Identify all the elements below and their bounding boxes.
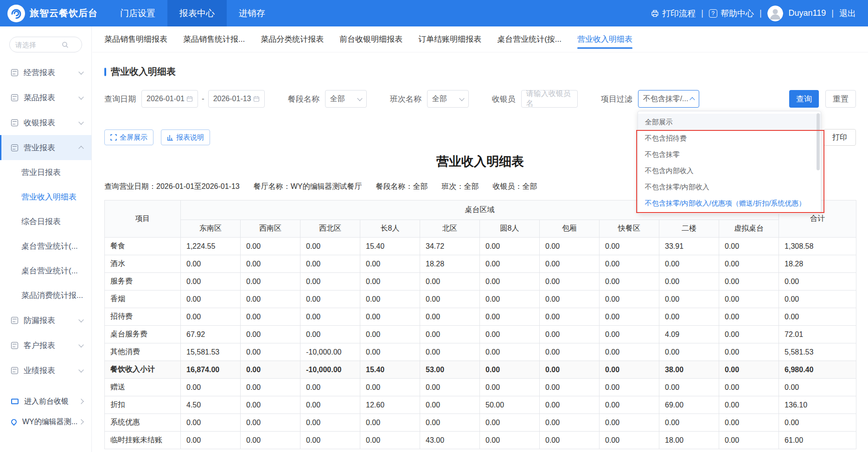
- table-cell: 0.00: [300, 308, 360, 326]
- nav-item[interactable]: 报表中心: [167, 0, 227, 26]
- report-tab[interactable]: 营业收入明细表: [577, 26, 632, 52]
- row-total-cell: 0.00: [779, 291, 856, 308]
- report-tab[interactable]: 前台收银明细报表: [339, 26, 402, 52]
- shift-select[interactable]: 全部: [427, 90, 469, 108]
- table-cell: 0.00: [420, 396, 480, 414]
- row-total-cell: 0.00: [779, 308, 856, 326]
- dropdown-option[interactable]: 不包含抹零/内部收入: [638, 179, 821, 195]
- row-total-cell: 1,308.58: [779, 238, 856, 255]
- topbar-right: 打印流程 | ? 帮助中心 | Duyan119 | 退出: [651, 6, 868, 21]
- sidebar-subitem[interactable]: 桌台营业统计(...: [0, 234, 91, 258]
- report-tab[interactable]: 桌台营业统计(按...: [497, 26, 562, 52]
- username[interactable]: Duyan119: [789, 8, 826, 18]
- dropdown-option[interactable]: 不包含抹零/内部收入/优惠项（赠送/折扣/系统优惠）: [638, 195, 821, 211]
- report-note-button[interactable]: 报表说明: [161, 129, 210, 145]
- cashier-input[interactable]: 请输入收银员名: [521, 90, 578, 108]
- meal-select[interactable]: 全部: [325, 90, 367, 108]
- report-tab[interactable]: 菜品销售明细报表: [104, 26, 167, 52]
- table-cell: 0.00: [300, 379, 360, 396]
- table-cell: 0.00: [300, 238, 360, 255]
- report-table: 项目 桌台区域 合计 东南区西南区西北区长8人北区圆8人包厢快餐区二楼虚拟桌台 …: [104, 200, 856, 449]
- table-cell: 0.00: [540, 291, 600, 308]
- dropdown-option[interactable]: 不包含抹零: [638, 146, 821, 162]
- project-filter-select[interactable]: 不包含抹零/... 全部展示不包含招待费不包含抹零不包含内部收入不包含抹零/内部…: [638, 90, 699, 108]
- report-meta-item: 查询营业日期：2026-01-01至2026-01-13: [104, 182, 240, 192]
- table-cell: 4.09: [659, 326, 719, 343]
- row-label: 餐饮收入小计: [105, 361, 181, 379]
- sidebar-group[interactable]: 防漏报表: [0, 308, 91, 333]
- sidebar-subitem[interactable]: 营业收入明细表: [0, 185, 91, 209]
- sidebar-group[interactable]: 收银报表: [0, 110, 91, 135]
- table-cell: 0.00: [600, 291, 659, 308]
- sidebar-group[interactable]: 业绩报表: [0, 358, 91, 383]
- table-cell: 1,224.55: [181, 238, 241, 255]
- table-cell: 0.00: [420, 326, 480, 343]
- sidebar-subitem[interactable]: 营业日报表: [0, 160, 91, 185]
- table-cell: 0.00: [540, 273, 600, 291]
- table-cell: 0.00: [540, 396, 600, 414]
- query-button[interactable]: 查询: [789, 90, 819, 108]
- region-column-header: 二楼: [659, 220, 719, 238]
- table-cell: 43.00: [420, 432, 480, 449]
- table-cell: 0.00: [241, 308, 300, 326]
- customer-report-icon: [11, 342, 18, 349]
- table-cell: 0.00: [181, 291, 241, 308]
- table-cell: 0.00: [540, 308, 600, 326]
- print-flow-link[interactable]: 打印流程: [651, 8, 696, 19]
- help-center-link[interactable]: ? 帮助中心: [709, 8, 754, 19]
- print-button[interactable]: 打印: [823, 129, 856, 146]
- report-table-body: 餐食1,224.550.000.0015.4034.720.000.000.00…: [105, 238, 856, 449]
- project-column-header: 项目: [105, 200, 181, 238]
- fullscreen-button[interactable]: 全屏展示: [104, 129, 153, 145]
- table-cell: 0.00: [360, 326, 420, 343]
- reset-button[interactable]: 重置: [825, 90, 856, 108]
- table-row: 临时挂账未结账0.000.000.000.0043.000.000.000.00…: [105, 432, 856, 449]
- report-tab[interactable]: 菜品销售统计报...: [183, 26, 245, 52]
- table-cell: 0.00: [480, 308, 540, 326]
- meal-filter-group: 餐段名称 全部: [288, 90, 367, 108]
- sidebar-search-input[interactable]: [15, 41, 62, 49]
- dropdown-option[interactable]: 不包含内部收入: [638, 162, 821, 179]
- dropdown-scrollbar[interactable]: [817, 113, 820, 212]
- table-cell: 0.00: [480, 255, 540, 273]
- brand-title: 旅智云餐饮后台: [30, 7, 98, 19]
- chevron-down-icon: [78, 317, 83, 322]
- row-total-cell: 0.00: [779, 273, 856, 291]
- row-total-cell: 18.28: [779, 255, 856, 273]
- sidebar-item-label: WY的编辑器测...: [22, 417, 79, 427]
- scrollbar-thumb[interactable]: [817, 113, 820, 170]
- table-cell: 0.00: [241, 255, 300, 273]
- date-from-value: 2026-01-01: [147, 95, 185, 103]
- table-cell: 0.00: [719, 273, 779, 291]
- table-cell: 0.00: [300, 291, 360, 308]
- sidebar-group[interactable]: 经营报表: [0, 60, 91, 85]
- date-from-input[interactable]: 2026-01-01: [141, 90, 198, 108]
- chevron-right-icon: [78, 419, 83, 424]
- avatar[interactable]: [767, 6, 783, 21]
- sidebar-group[interactable]: 营业报表: [0, 135, 91, 160]
- date-to-input[interactable]: 2026-01-13: [208, 90, 265, 108]
- sidebar-subitem[interactable]: 综合日报表: [0, 209, 91, 234]
- table-cell: 34.72: [420, 238, 480, 255]
- sidebar-group[interactable]: 菜品报表: [0, 85, 91, 110]
- separator: |: [701, 8, 703, 18]
- sidebar-item-store[interactable]: WY的编辑器测...: [0, 412, 91, 432]
- row-label: 服务费: [105, 273, 181, 291]
- sidebar-item-enter-pos[interactable]: 进入前台收银: [0, 391, 91, 412]
- date-range-separator: -: [202, 94, 204, 103]
- row-label: 酒水: [105, 255, 181, 273]
- dropdown-option[interactable]: 全部展示: [638, 114, 821, 130]
- report-tab[interactable]: 菜品分类统计报表: [261, 26, 324, 52]
- sidebar-subitem[interactable]: 桌台营业统计(...: [0, 258, 91, 283]
- logout-button[interactable]: 退出: [839, 8, 856, 19]
- nav-item[interactable]: 进销存: [227, 0, 277, 26]
- sidebar-group[interactable]: 客户报表: [0, 333, 91, 358]
- report-tab[interactable]: 订单结账明细报表: [418, 26, 481, 52]
- table-cell: 0.00: [719, 379, 779, 396]
- nav-item[interactable]: 门店设置: [108, 0, 167, 26]
- sidebar-subitem[interactable]: 菜品消费统计报...: [0, 283, 91, 308]
- table-cell: 38.00: [659, 361, 719, 379]
- sidebar-search[interactable]: [9, 37, 82, 52]
- dropdown-option[interactable]: 不包含招待费: [638, 130, 821, 146]
- table-cell: 0.00: [480, 432, 540, 449]
